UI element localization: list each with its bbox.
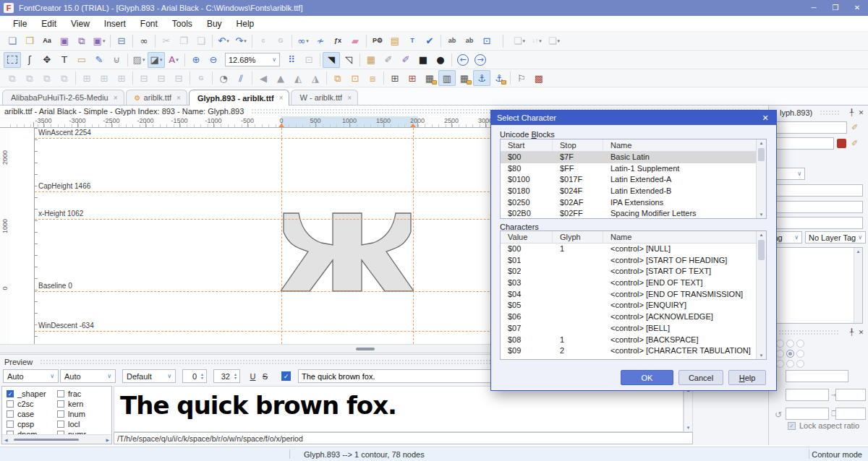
print-button[interactable]: ⊟ bbox=[113, 33, 130, 49]
document-tab[interactable]: Glyph.893 - ariblk.ttf× bbox=[189, 90, 290, 105]
origin-dot[interactable] bbox=[786, 350, 794, 358]
dialog-title-bar[interactable]: Select Character ✕ bbox=[491, 111, 776, 125]
table-row[interactable]: $001<control> [NULL] bbox=[501, 244, 766, 255]
cancel-button[interactable]: Cancel bbox=[678, 370, 723, 385]
glyph-name-field[interactable] bbox=[772, 121, 847, 134]
table-row[interactable]: $0A<control> [LINE FEED (LF)] bbox=[501, 357, 766, 360]
glyph-properties-button[interactable]: P⚙ bbox=[369, 33, 386, 49]
designer-notes-button[interactable]: ▤ bbox=[386, 33, 404, 49]
rotate-90-ccw-button[interactable]: ◭ bbox=[289, 70, 307, 86]
tab-close-icon[interactable]: × bbox=[176, 94, 181, 102]
text-tool-button[interactable]: T bbox=[56, 52, 73, 68]
document-tab[interactable]: W - ariblk.ttf× bbox=[291, 90, 358, 105]
align-top-button[interactable]: ⊟ bbox=[135, 70, 153, 86]
strikeout-toggle[interactable]: S bbox=[259, 369, 271, 383]
rotate-left-button[interactable]: ◀ bbox=[255, 70, 272, 86]
underline-toggle[interactable]: U bbox=[247, 369, 259, 383]
menu-item-font[interactable]: Font bbox=[133, 17, 165, 31]
align-right-button[interactable]: ⊞ bbox=[113, 70, 130, 86]
show-grid-button[interactable]: ⊞ bbox=[386, 70, 404, 86]
intersect-contours-button[interactable]: ⊡ bbox=[346, 70, 364, 86]
lock-grid-button[interactable]: ▦ bbox=[421, 70, 438, 86]
scroll-down-icon[interactable]: ▼ bbox=[757, 353, 766, 358]
maximize-button[interactable]: ❐ bbox=[825, 0, 846, 16]
transform-width-field[interactable] bbox=[786, 389, 829, 401]
send-to-back-button[interactable]: ⧉ bbox=[56, 70, 73, 86]
transform-height-field[interactable] bbox=[835, 389, 866, 401]
table-vertical-scrollbar[interactable]: ▲▼ bbox=[756, 231, 766, 359]
feature-item[interactable]: cpsp bbox=[7, 419, 57, 428]
align-center-button[interactable]: ⊞ bbox=[95, 70, 113, 86]
table-row[interactable]: $00$7FBasic Latin bbox=[501, 152, 766, 163]
paste-button[interactable]: ❑ bbox=[192, 33, 210, 49]
feature-item[interactable]: locl bbox=[57, 419, 108, 428]
sort-glyphs-button[interactable]: ↓↑▾ bbox=[528, 33, 545, 49]
contour-direction-button[interactable]: ⚐ bbox=[513, 70, 530, 86]
close-icon[interactable]: ✕ bbox=[754, 113, 776, 123]
transform-field-1[interactable] bbox=[786, 370, 848, 382]
background-image-button[interactable]: ▨▾ bbox=[130, 52, 148, 68]
feature-item[interactable]: c2sc bbox=[7, 399, 57, 408]
save-button[interactable]: ▣ bbox=[56, 33, 73, 49]
feature-item[interactable]: case bbox=[7, 409, 57, 418]
column-header[interactable]: Start bbox=[501, 139, 553, 151]
column-header[interactable]: Stop bbox=[553, 139, 603, 151]
menu-item-buy[interactable]: Buy bbox=[200, 17, 229, 31]
scroll-left-icon[interactable]: ◀ bbox=[4, 437, 8, 442]
unicode-blocks-table[interactable]: StartStopName$00$7FBasic Latin$80$FFLati… bbox=[500, 139, 767, 219]
scrollbar-thumb[interactable] bbox=[356, 348, 375, 350]
new-page-button[interactable]: ❏▾ bbox=[511, 33, 528, 49]
tag-list-box[interactable]: ▲ bbox=[772, 247, 863, 324]
vertical-ruler[interactable]: 200010000 bbox=[0, 128, 10, 344]
table-row[interactable]: $0180$024FLatin Extended-B bbox=[501, 186, 766, 197]
glyph-outline-zhe[interactable] bbox=[281, 212, 414, 292]
feature-checkbox[interactable] bbox=[7, 410, 14, 418]
table-row[interactable]: $04<control> [END OF TRANSMISSION] bbox=[501, 289, 766, 301]
zoom-fit-button[interactable]: ⠿ bbox=[283, 52, 300, 68]
table-row[interactable]: $05<control> [ENQUIRY] bbox=[501, 300, 766, 311]
point-mode-button[interactable]: ◹ bbox=[340, 52, 357, 68]
font-overview-button[interactable]: Aa bbox=[38, 33, 56, 49]
bring-to-front-button[interactable]: ⧉ bbox=[4, 70, 21, 86]
close-icon[interactable]: ✕ bbox=[856, 329, 866, 336]
metrics-field-1[interactable] bbox=[772, 184, 863, 197]
bring-forward-button[interactable]: ⧉ bbox=[21, 70, 38, 86]
sketch-tool-button[interactable]: ✐ bbox=[380, 52, 397, 68]
undo-button[interactable]: ↶▾ bbox=[215, 33, 232, 49]
feature-checkbox[interactable] bbox=[57, 390, 64, 397]
zoom-level-button[interactable]: 12.68%∨ bbox=[222, 52, 283, 68]
live-preview-checkbox[interactable]: ✓ bbox=[281, 371, 291, 381]
codepoint-check-button[interactable]: ab bbox=[461, 33, 478, 49]
features-horizontal-scrollbar[interactable]: ◀ ▶ bbox=[2, 434, 111, 444]
menu-item-help[interactable]: Help bbox=[229, 17, 262, 31]
column-header[interactable]: Name bbox=[603, 231, 766, 243]
wand-icon[interactable]: ✐ bbox=[851, 139, 858, 148]
font-size-spinner[interactable]: 32 ▴▾ bbox=[213, 369, 240, 383]
feature-checkbox[interactable] bbox=[57, 421, 64, 428]
show-guidelines-button[interactable]: ▥ bbox=[438, 70, 456, 86]
scrollbar-thumb[interactable] bbox=[758, 240, 765, 260]
pan-tool-button[interactable]: ✥ bbox=[38, 52, 56, 68]
snap-anchor-button[interactable]: ⚓ bbox=[473, 70, 490, 86]
transform-y-field[interactable] bbox=[835, 408, 866, 420]
snap-outline-button[interactable]: ⊞ bbox=[404, 70, 421, 86]
spin-down-icon[interactable]: ▾ bbox=[234, 376, 237, 380]
flip-horizontal-button[interactable]: ▲ bbox=[272, 70, 289, 86]
formula-button[interactable]: ƒx bbox=[329, 33, 346, 49]
save-as-button[interactable]: ▣▾ bbox=[90, 33, 108, 49]
scroll-down-icon[interactable]: ▼ bbox=[686, 426, 691, 430]
scrollbar-thumb[interactable] bbox=[14, 439, 79, 441]
column-header[interactable]: Glyph bbox=[553, 231, 603, 243]
contour-mode-button[interactable]: ◥ bbox=[323, 52, 340, 68]
scroll-right-icon[interactable]: ▶ bbox=[106, 437, 109, 442]
table-row[interactable]: $01<control> [START OF HEADING] bbox=[501, 255, 766, 267]
tab-close-icon[interactable]: × bbox=[347, 94, 352, 102]
rotate-90-cw-button[interactable]: ◮ bbox=[307, 70, 324, 86]
rectangle-tool-button[interactable]: ■ bbox=[414, 52, 432, 68]
fill-tool-button[interactable]: ⊍ bbox=[108, 52, 125, 68]
feature-checkbox[interactable]: ✓ bbox=[7, 390, 14, 397]
feature-item[interactable]: frac bbox=[57, 389, 108, 398]
table-vertical-scrollbar[interactable]: ▲▼ bbox=[756, 139, 766, 218]
fill-mode-button[interactable]: ◪▾ bbox=[148, 52, 165, 68]
column-header[interactable]: Value bbox=[501, 231, 553, 243]
